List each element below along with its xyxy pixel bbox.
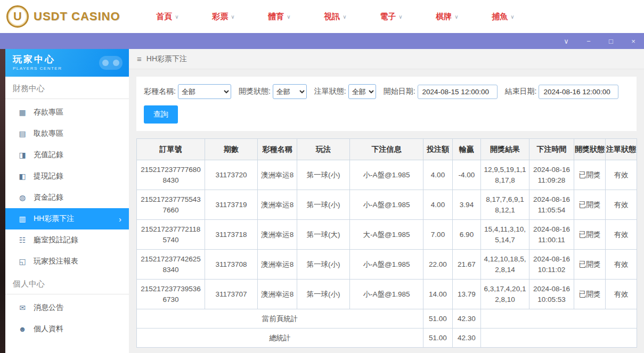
- cell-draw-status: 已開獎: [574, 220, 606, 250]
- topnav-item-label: 首頁: [156, 12, 172, 22]
- cell-order-status: 有效: [606, 250, 637, 280]
- hamburger-icon[interactable]: ≡: [137, 54, 142, 63]
- end-date-label: 結束日期:: [505, 87, 537, 96]
- topnav-item-card-games[interactable]: 棋牌 ∨: [419, 12, 475, 22]
- background-page-edge: [0, 49, 5, 353]
- cell-bet-info: 小-A盤@1.985: [350, 250, 423, 280]
- topnav-item-lottery[interactable]: 彩票 ∨: [195, 12, 251, 22]
- chevron-down-icon: ∨: [175, 14, 178, 20]
- sidebar-item-funds-records[interactable]: ◍ 資金記錄: [5, 187, 129, 208]
- table-row: 2152172377395366730 31173707 澳洲幸运8 第一球(小…: [137, 280, 637, 309]
- sidebar-personal-items: ✉ 消息公告 ☻ 個人資料: [5, 297, 129, 340]
- logo-icon: U: [6, 5, 29, 28]
- column-header: 注單狀態: [606, 139, 637, 160]
- search-button[interactable]: 查詢: [144, 105, 178, 124]
- cell-win-loss: -4.00: [453, 160, 481, 190]
- topnav-item-label: 電子: [380, 12, 396, 22]
- topnav-item-fishing[interactable]: 捕魚 ∨: [475, 12, 531, 22]
- site-header: U USDT CASINO 首頁 ∨ 彩票 ∨ 體育 ∨ 視訊 ∨: [0, 0, 644, 33]
- cell-win-loss: 13.79: [453, 280, 481, 309]
- cell-order-no: 2152172377426258340: [137, 250, 205, 280]
- page-total-row: 當前頁統計 51.00 42.30: [137, 309, 637, 329]
- cell-draw-result: 4,12,10,18,5,2,8,14: [481, 250, 529, 280]
- sidebar-item-player-bet-report[interactable]: ◱ 玩家投注報表: [5, 251, 129, 272]
- page-title: HH彩票下注: [146, 54, 187, 64]
- draw-status-select[interactable]: 全部: [273, 84, 307, 99]
- sidebar-item-icon: ☻: [18, 325, 27, 333]
- sidebar-item-label: 玩家投注報表: [34, 257, 78, 266]
- sidebar: 玩家中心 PLAYERS CENTER 財務中心 ▦ 存款專區 ▤ 取款專區: [5, 49, 129, 353]
- column-header: 期數: [205, 139, 258, 160]
- topnav-item-label: 視訊: [324, 12, 340, 22]
- order-status-label: 注單狀態:: [314, 87, 346, 96]
- window-content: 玩家中心 PLAYERS CENTER 財務中心 ▦ 存款專區 ▤ 取款專區: [0, 49, 644, 353]
- titlebar-close-button[interactable]: ×: [629, 38, 638, 45]
- topnav-item-home[interactable]: 首頁 ∨: [140, 12, 195, 22]
- cell-lottery-name: 澳洲幸运8: [258, 160, 297, 190]
- sidebar-item-label: 充值記錄: [34, 150, 63, 160]
- cell-play-type: 第一球(小): [297, 250, 350, 280]
- sidebar-item-withdraw-area[interactable]: ▤ 取款專區: [5, 123, 129, 144]
- topnav-item-slots[interactable]: 電子 ∨: [363, 12, 419, 22]
- sidebar-section-finance: 財務中心: [5, 77, 129, 99]
- brand-name: USDT CASINO: [34, 10, 120, 23]
- sidebar-item-icon: ▥: [18, 215, 27, 223]
- sidebar-item-profile[interactable]: ☻ 個人資料: [5, 318, 129, 340]
- grand-total-winloss: 42.30: [453, 329, 481, 348]
- cell-play-type: 第一球(小): [297, 160, 350, 190]
- cell-period: 31173707: [205, 280, 258, 309]
- cell-draw-status: 已開獎: [574, 280, 606, 309]
- cell-order-no: 2152172377755437660: [137, 190, 205, 220]
- start-date-input[interactable]: [418, 85, 498, 99]
- titlebar-maximize-button[interactable]: □: [607, 38, 615, 45]
- grand-total-row: 總統計 51.00 42.30: [137, 329, 637, 348]
- page-total-winloss: 42.30: [453, 309, 481, 329]
- sidebar-item-room-bet-records[interactable]: ☷ 廳室投註記錄: [5, 229, 129, 251]
- cell-order-status: 有效: [606, 220, 637, 250]
- grand-total-empty: [481, 329, 637, 348]
- cell-order-status: 有效: [606, 190, 637, 220]
- cell-lottery-name: 澳洲幸运8: [258, 280, 297, 309]
- cell-play-type: 第一球(大): [297, 220, 350, 250]
- end-date-input[interactable]: [539, 85, 618, 99]
- column-header: 開獎結果: [481, 139, 529, 160]
- sidebar-item-icon: ▦: [18, 108, 27, 117]
- table-row: 2152172377426258340 31173708 澳洲幸运8 第一球(小…: [137, 250, 637, 280]
- sidebar-item-recharge-records[interactable]: ◨ 充值記錄: [5, 144, 129, 166]
- cell-order-no: 2152172377776808430: [137, 160, 205, 190]
- sidebar-item-deposit-area[interactable]: ▦ 存款專區: [5, 102, 129, 123]
- sidebar-item-hh-lottery-bets[interactable]: ▥ HH彩票下注 ›: [5, 208, 129, 229]
- cell-bet-info: 小-A盤@1.985: [350, 280, 423, 309]
- table-row: 2152172377721185740 31173718 澳洲幸运8 第一球(大…: [137, 220, 637, 250]
- cell-lottery-name: 澳洲幸运8: [258, 250, 297, 280]
- sidebar-finance-items: ▦ 存款專區 ▤ 取款專區 ◨ 充值記錄 ◧: [5, 102, 129, 272]
- order-status-select[interactable]: 全部: [348, 84, 376, 99]
- topnav-item-label: 棋牌: [436, 12, 452, 22]
- column-header: 下注信息: [350, 139, 423, 160]
- cell-period: 31173708: [205, 250, 258, 280]
- column-header: 下注時間: [529, 139, 574, 160]
- bets-table: 訂單號 期數 彩種名稱 玩法 下注信息 投注額 輸贏: [136, 138, 637, 348]
- titlebar-dropdown-button[interactable]: ∨: [562, 38, 570, 45]
- titlebar-minimize-button[interactable]: −: [584, 38, 593, 45]
- cell-draw-result: 15,4,11,3,10,5,14,7: [481, 220, 529, 250]
- cell-period: 31173719: [205, 190, 258, 220]
- cell-bet-info: 小-A盤@1.985: [350, 160, 423, 190]
- lottery-name-select[interactable]: 全部: [178, 84, 231, 99]
- cell-draw-result: 6,3,17,4,20,12,8,10: [481, 280, 529, 309]
- filter-panel: 彩種名稱: 全部 開獎狀態: 全部 注單狀態: 全部: [136, 77, 637, 131]
- cell-win-loss: 21.67: [453, 250, 481, 280]
- topnav-item-sports[interactable]: 體育 ∨: [251, 12, 307, 22]
- sidebar-item-label: 存款專區: [34, 108, 63, 117]
- table-body: 2152172377776808430 31173720 澳洲幸运8 第一球(小…: [137, 160, 637, 309]
- sidebar-item-withdrawal-records[interactable]: ◧ 提現記錄: [5, 166, 129, 187]
- cell-bet-time: 2024-08-16 10:11:02: [529, 250, 574, 280]
- topnav-item-live-video[interactable]: 視訊 ∨: [307, 12, 363, 22]
- cell-lottery-name: 澳洲幸运8: [258, 190, 297, 220]
- sidebar-item-announcements[interactable]: ✉ 消息公告: [5, 297, 129, 318]
- brand-logo[interactable]: U USDT CASINO: [0, 5, 133, 28]
- table-row: 2152172377755437660 31173719 澳洲幸运8 第一球(小…: [137, 190, 637, 220]
- cell-period: 31173718: [205, 220, 258, 250]
- draw-status-label: 開獎狀態:: [239, 87, 271, 96]
- cell-draw-status: 已開獎: [574, 190, 606, 220]
